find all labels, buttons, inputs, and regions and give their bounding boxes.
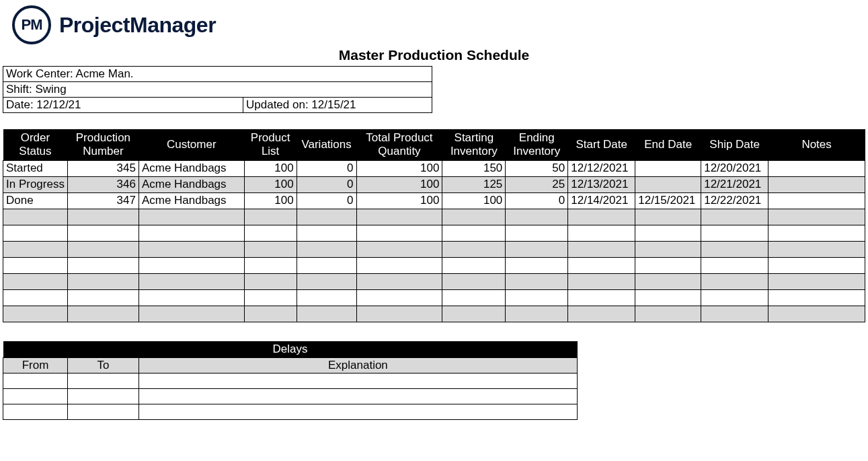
cell[interactable] [768, 306, 865, 322]
cell[interactable] [139, 225, 244, 241]
cell[interactable] [139, 373, 577, 388]
cell[interactable] [67, 373, 139, 388]
cell[interactable]: In Progress [3, 176, 68, 192]
cell[interactable] [244, 225, 297, 241]
cell[interactable] [67, 289, 139, 306]
cell[interactable]: 100 [442, 192, 506, 209]
cell[interactable] [635, 225, 701, 241]
cell[interactable]: 12/22/2021 [701, 192, 768, 209]
cell[interactable] [568, 241, 635, 257]
cell[interactable]: Acme Handbags [139, 176, 244, 192]
cell[interactable] [506, 289, 568, 306]
cell[interactable] [506, 241, 568, 257]
cell[interactable] [635, 241, 701, 257]
cell[interactable] [568, 257, 635, 273]
cell[interactable] [442, 225, 506, 241]
cell[interactable] [244, 257, 297, 273]
cell[interactable]: 100 [244, 176, 297, 192]
cell[interactable] [768, 241, 865, 257]
cell[interactable] [701, 289, 768, 306]
cell[interactable]: 12/15/2021 [635, 192, 701, 209]
cell[interactable]: 100 [356, 176, 442, 192]
cell[interactable]: Acme Handbags [139, 160, 244, 176]
cell[interactable] [297, 273, 356, 289]
cell[interactable] [3, 241, 68, 257]
cell[interactable] [635, 273, 701, 289]
cell[interactable] [244, 273, 297, 289]
cell[interactable] [506, 209, 568, 225]
cell[interactable] [244, 306, 297, 322]
cell[interactable]: 125 [442, 176, 506, 192]
cell[interactable] [139, 273, 244, 289]
cell[interactable] [768, 176, 865, 192]
cell[interactable] [768, 209, 865, 225]
cell[interactable]: 100 [244, 192, 297, 209]
cell[interactable] [297, 257, 356, 273]
cell[interactable]: 100 [356, 192, 442, 209]
cell[interactable] [506, 273, 568, 289]
cell[interactable]: Acme Handbags [139, 192, 244, 209]
cell[interactable] [297, 306, 356, 322]
cell[interactable]: 100 [244, 160, 297, 176]
cell[interactable]: Started [3, 160, 68, 176]
cell[interactable] [635, 176, 701, 192]
cell[interactable] [139, 404, 577, 419]
cell[interactable]: 12/13/2021 [568, 176, 635, 192]
cell[interactable] [506, 257, 568, 273]
cell[interactable] [442, 209, 506, 225]
cell[interactable] [139, 257, 244, 273]
cell[interactable] [297, 241, 356, 257]
cell[interactable]: 0 [506, 192, 568, 209]
cell[interactable] [768, 257, 865, 273]
cell[interactable]: Done [3, 192, 68, 209]
cell[interactable]: 25 [506, 176, 568, 192]
cell[interactable] [67, 241, 139, 257]
cell[interactable] [506, 306, 568, 322]
cell[interactable] [244, 289, 297, 306]
cell[interactable] [356, 241, 442, 257]
cell[interactable]: 0 [297, 192, 356, 209]
cell[interactable] [635, 209, 701, 225]
cell[interactable] [297, 209, 356, 225]
cell[interactable] [3, 257, 68, 273]
cell[interactable] [244, 209, 297, 225]
cell[interactable]: 12/12/2021 [568, 160, 635, 176]
cell[interactable] [297, 289, 356, 306]
cell[interactable] [701, 209, 768, 225]
cell[interactable] [356, 306, 442, 322]
cell[interactable] [635, 257, 701, 273]
cell[interactable] [67, 257, 139, 273]
cell[interactable] [3, 404, 68, 419]
cell[interactable] [442, 257, 506, 273]
cell[interactable] [356, 209, 442, 225]
cell[interactable] [568, 289, 635, 306]
cell[interactable] [3, 225, 68, 241]
cell[interactable] [356, 289, 442, 306]
cell[interactable] [568, 225, 635, 241]
cell[interactable] [139, 289, 244, 306]
cell[interactable] [356, 273, 442, 289]
cell[interactable] [701, 306, 768, 322]
cell[interactable] [67, 273, 139, 289]
cell[interactable] [768, 160, 865, 176]
cell[interactable] [635, 306, 701, 322]
cell[interactable]: 0 [297, 160, 356, 176]
cell[interactable] [356, 257, 442, 273]
cell[interactable] [442, 306, 506, 322]
cell[interactable] [3, 209, 68, 225]
cell[interactable] [67, 209, 139, 225]
cell[interactable]: 346 [67, 176, 139, 192]
cell[interactable] [244, 241, 297, 257]
cell[interactable] [768, 192, 865, 209]
cell[interactable] [139, 241, 244, 257]
cell[interactable] [768, 273, 865, 289]
cell[interactable]: 150 [442, 160, 506, 176]
cell[interactable] [568, 273, 635, 289]
cell[interactable] [768, 289, 865, 306]
cell[interactable]: 100 [356, 160, 442, 176]
cell[interactable] [3, 273, 68, 289]
cell[interactable] [568, 209, 635, 225]
cell[interactable] [442, 241, 506, 257]
cell[interactable] [67, 388, 139, 404]
cell[interactable]: 345 [67, 160, 139, 176]
